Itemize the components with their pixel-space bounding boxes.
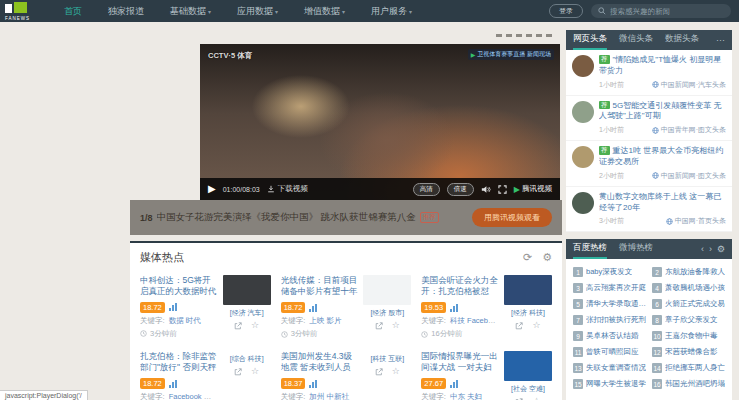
open-in-tencent-video-button[interactable]: 用腾讯视频观看 [472, 208, 552, 227]
trend-chart-icon[interactable] [450, 380, 458, 388]
tencent-video-logo[interactable]: ▶ 腾讯视频 [514, 184, 552, 194]
headline-title-link[interactable]: 荐"情陷她成见"T恤爆火 初显明星带货力 [599, 55, 726, 77]
news-title-link[interactable]: 国际情报界曝光一出间谍大战 一对夫妇被捕 [421, 351, 499, 374]
settings-gear-icon[interactable]: ⚙ [717, 245, 725, 254]
category-tag[interactable]: 综合 科技 [230, 354, 264, 364]
site-logo[interactable]: FANEWS [0, 0, 36, 22]
carousel-dot[interactable] [496, 34, 502, 37]
favorite-star-icon[interactable]: ☆ [251, 367, 259, 376]
trend-chart-icon[interactable] [450, 304, 458, 312]
search-box[interactable] [591, 4, 731, 18]
hot-search-item[interactable]: 2 东航放油备降救人 [652, 267, 725, 277]
nav-item[interactable]: 增值数据 ▾ [304, 5, 345, 18]
hot-search-item[interactable]: 8 章子欣父亲发文 [652, 315, 725, 325]
carousel-headline[interactable]: 中国女子花游完美演绎《我爱你中国》 跳水队获世锦赛第八金 [157, 211, 416, 224]
hot-search-tab[interactable]: 百度热榜 [573, 239, 607, 259]
trend-chart-icon[interactable] [309, 380, 317, 388]
nav-item[interactable]: 首页 [64, 5, 82, 18]
hot-search-text: 章子欣父亲发文 [665, 315, 718, 325]
share-icon[interactable] [234, 322, 242, 330]
carousel-dot[interactable] [546, 34, 552, 37]
carousel-dot[interactable] [536, 34, 542, 37]
hot-search-item[interactable]: 15 网曝大学生被退学 [573, 379, 646, 389]
hot-search-item[interactable]: 9 吴卓林否认结婚 [573, 331, 646, 341]
hot-search-item[interactable]: 13 失联女童调查情况 [573, 363, 646, 373]
video-carousel: 1/8 中国女子花游完美演绎《我爱你中国》 跳水队获世锦赛第八金 推荐 用腾讯视… [130, 44, 562, 235]
media-hotspots-panel: 媒体热点 ⟳ ⚙ 中科创达：5G将开启真正的大数据时代 18.72 关键字: 数… [130, 241, 562, 400]
news-thumbnail[interactable] [223, 275, 271, 305]
headlines-tab[interactable]: 微信头条 [619, 30, 653, 50]
nav-item[interactable]: 独家报道 [108, 5, 144, 18]
video-player[interactable]: CCTV·5 体育 ▶ 卫视体育赛事直播 新闻现场 ▶ 01:00/08:03 … [200, 44, 560, 200]
category-tag[interactable]: 社会 空难 [511, 384, 545, 394]
carousel-dot[interactable] [526, 34, 532, 37]
hot-search-item[interactable]: 6 火箭正式完成交易 [652, 299, 725, 309]
chevron-down-icon: ▾ [208, 8, 211, 15]
headline-source-link[interactable]: 中国新闻网·图文头条 [652, 171, 726, 181]
hot-search-item[interactable]: 5 清华大学录取通知书 [573, 299, 646, 309]
news-title-link[interactable]: 美国会听证会火力全开：扎克伯格被怼 谷歌躺枪 [421, 275, 499, 298]
favorite-star-icon[interactable]: ☆ [392, 321, 400, 330]
trend-chart-icon[interactable] [169, 380, 177, 388]
news-thumbnail[interactable] [504, 275, 552, 305]
favorite-star-icon[interactable]: ☆ [392, 367, 400, 376]
play-button[interactable]: ▶ [208, 184, 216, 194]
download-video-button[interactable]: 下载视频 [267, 184, 308, 194]
trend-chart-icon[interactable] [309, 304, 317, 312]
news-thumbnail[interactable] [504, 351, 552, 381]
category-tag[interactable]: 经济 股市 [370, 308, 404, 318]
hot-search-item[interactable]: 16 韩国光州酒吧坍塌 [652, 379, 725, 389]
hot-search-item[interactable]: 7 张扣扣被执行死刑 [573, 315, 646, 325]
hot-search-tab[interactable]: 微博热榜 [619, 239, 653, 259]
category-tag[interactable]: 经济 科技 [511, 308, 545, 318]
hot-search-item[interactable]: 10 王嘉尔食物中毒 [652, 331, 725, 341]
fullscreen-icon[interactable] [498, 185, 507, 194]
search-input[interactable] [610, 7, 724, 16]
favorite-star-icon[interactable]: ☆ [251, 321, 259, 330]
speed-button[interactable]: 倍速 [447, 183, 474, 196]
favorite-star-icon[interactable]: ☆ [532, 321, 540, 330]
trend-chart-icon[interactable] [169, 303, 177, 311]
channel-watermark: CCTV·5 体育 [208, 51, 252, 61]
share-icon[interactable] [515, 322, 523, 330]
share-icon[interactable] [375, 368, 383, 376]
nav-item[interactable]: 基础数据 ▾ [170, 5, 211, 18]
news-thumbnail[interactable] [363, 275, 411, 305]
news-title-link[interactable]: 中科创达：5G将开启真正的大数据时代 [140, 275, 218, 298]
headlines-tab[interactable]: 网页头条 [573, 30, 607, 50]
prev-arrow-icon[interactable]: ‹ [701, 245, 704, 254]
category-tag[interactable]: 科技 互联 [370, 354, 404, 364]
headline-source-link[interactable]: 中国青年网·图文头条 [652, 125, 726, 135]
headlines-tab[interactable]: 数据头条 [665, 30, 699, 50]
news-title-link[interactable]: 光线传媒：目前项目储备中影片有望十年内上映 [281, 275, 359, 298]
headline-title-link[interactable]: 荐重达1吨 世界最大金币亮相纽约证券交易所 [599, 146, 726, 168]
category-tag[interactable]: 经济 汽车 [230, 308, 264, 318]
carousel-dot[interactable] [516, 34, 522, 37]
hot-search-item[interactable]: 12 宋茜获蜡像合影 [652, 347, 725, 357]
heat-score-badge: 18.72 [140, 302, 165, 313]
hot-search-item[interactable]: 11 曾轶可晒照回应 [573, 347, 646, 357]
news-title-link[interactable]: 美国加州发生4.3级地震 暂未收到人员伤亡报告 [281, 351, 359, 374]
hot-search-item[interactable]: 4 萧敬腾机场遇小孩 [652, 283, 725, 293]
hot-search-item[interactable]: 14 拒绝挪车两人身亡 [652, 363, 725, 373]
settings-gear-icon[interactable]: ⚙ [542, 252, 552, 263]
news-title-link[interactable]: 扎克伯格：除非监管部门"放行" 否则天秤币不会面世 [140, 351, 218, 374]
news-card: 光线传媒：目前项目储备中影片有望十年内上映 18.72 关键字: 上映 影片 3… [281, 275, 412, 339]
nav-item[interactable]: 应用数据 ▾ [237, 5, 278, 18]
headline-title-link[interactable]: 荐5G智能交通引发颠覆性变革 无人驾驶"上路"可期 [599, 101, 726, 123]
headline-source-link[interactable]: 中国新闻网·汽车头条 [652, 80, 726, 90]
volume-icon[interactable] [481, 185, 491, 194]
login-button[interactable]: 登录 [549, 4, 583, 18]
carousel-dot[interactable] [506, 34, 512, 37]
hot-search-item[interactable]: 1 baby深夜发文 [573, 267, 646, 277]
hot-search-item[interactable]: 3 高云翔案再次开庭 [573, 283, 646, 293]
more-icon[interactable]: ··· [716, 36, 725, 45]
headline-source-link[interactable]: 中国网·首页头条 [666, 216, 726, 226]
share-icon[interactable] [234, 368, 242, 376]
quality-button[interactable]: 高清 [413, 183, 440, 196]
nav-item[interactable]: 用户服务 ▾ [371, 5, 412, 18]
refresh-icon[interactable]: ⟳ [523, 252, 532, 263]
next-arrow-icon[interactable]: › [709, 245, 712, 254]
headline-title-link[interactable]: 黄山数字文物库终于上线 这一幕已经等了20年 [599, 192, 726, 214]
share-icon[interactable] [375, 322, 383, 330]
